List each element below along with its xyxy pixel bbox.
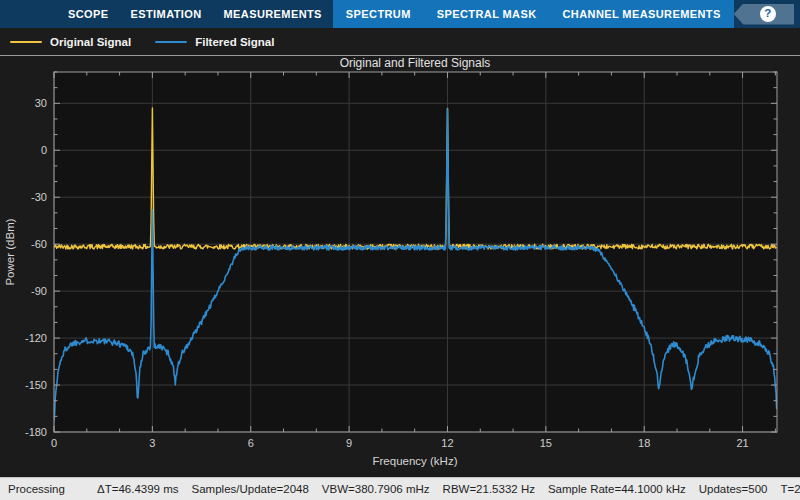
tab-channel-measurements[interactable]: CHANNEL MEASUREMENTS xyxy=(550,0,734,28)
legend-item-original-signal[interactable]: Original Signal xyxy=(10,36,131,48)
legend-label: Original Signal xyxy=(50,36,131,48)
status-updates: Updates=500 xyxy=(699,483,768,495)
status-state: Processing xyxy=(8,483,97,495)
status-vbw: VBW=380.7906 mHz xyxy=(322,483,430,495)
spectrum-analyzer-window: SCOPE ESTIMATION MEASUREMENTS SPECTRUM S… xyxy=(0,0,800,500)
status-rbw: RBW=21.5332 Hz xyxy=(443,483,535,495)
svg-text:0: 0 xyxy=(41,144,47,156)
legend-bar: Original Signal Filtered Signal xyxy=(0,28,800,56)
svg-text:6: 6 xyxy=(248,437,254,449)
legend-line-filtered xyxy=(155,41,187,43)
status-time: T=23. xyxy=(780,483,800,495)
chart-title: Original and Filtered Signals xyxy=(340,56,491,70)
spectrum-plot[interactable]: 036912151821300-30-60-90-120-150-180 Ori… xyxy=(0,56,800,477)
svg-text:-30: -30 xyxy=(31,191,47,203)
svg-text:9: 9 xyxy=(346,437,352,449)
svg-text:30: 30 xyxy=(35,97,47,109)
help-button[interactable]: ? xyxy=(734,4,794,25)
legend-line-original xyxy=(10,41,42,43)
svg-text:15: 15 xyxy=(540,437,552,449)
svg-text:18: 18 xyxy=(638,437,650,449)
svg-text:21: 21 xyxy=(736,437,748,449)
tab-scope[interactable]: SCOPE xyxy=(57,0,120,28)
legend-item-filtered-signal[interactable]: Filtered Signal xyxy=(155,36,274,48)
tab-spectrum[interactable]: SPECTRUM xyxy=(333,0,424,28)
toolbar: SCOPE ESTIMATION MEASUREMENTS SPECTRUM S… xyxy=(0,0,800,28)
status-samples-per-update: Samples/Update=2048 xyxy=(192,483,309,495)
tab-estimation[interactable]: ESTIMATION xyxy=(120,0,213,28)
status-sample-rate: Sample Rate=44.1000 kHz xyxy=(548,483,686,495)
svg-text:0: 0 xyxy=(51,437,57,449)
svg-text:-90: -90 xyxy=(31,285,47,297)
x-axis-label: Frequency (kHz) xyxy=(373,455,458,467)
legend-label: Filtered Signal xyxy=(195,36,274,48)
svg-text:3: 3 xyxy=(149,437,155,449)
svg-text:-180: -180 xyxy=(25,426,47,438)
y-axis-label: Power (dBm) xyxy=(4,218,16,285)
question-mark-icon: ? xyxy=(760,6,776,22)
svg-text:-150: -150 xyxy=(25,379,47,391)
toolbar-lead-space xyxy=(0,0,57,28)
tab-measurements[interactable]: MEASUREMENTS xyxy=(213,0,333,28)
status-bar: Processing ΔT=46.4399 ms Samples/Update=… xyxy=(0,477,800,500)
svg-text:12: 12 xyxy=(441,437,453,449)
svg-text:-60: -60 xyxy=(31,238,47,250)
status-delta-t: ΔT=46.4399 ms xyxy=(97,483,179,495)
context-tab-group: SPECTRUM SPECTRAL MASK CHANNEL MEASUREME… xyxy=(333,0,734,28)
svg-text:-120: -120 xyxy=(25,332,47,344)
status-stats: ΔT=46.4399 ms Samples/Update=2048 VBW=38… xyxy=(97,483,800,495)
figure-area: 036912151821300-30-60-90-120-150-180 Ori… xyxy=(0,56,800,477)
tab-spectral-mask[interactable]: SPECTRAL MASK xyxy=(424,0,550,28)
